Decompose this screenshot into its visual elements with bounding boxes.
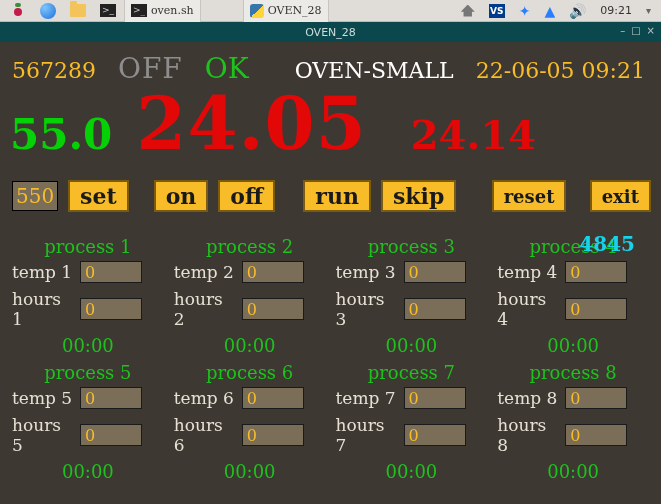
close-button[interactable]: × — [647, 25, 655, 36]
datetime-display: 22-06-05 09:21 — [476, 58, 651, 83]
temp-input[interactable] — [404, 387, 466, 409]
reset-button[interactable]: reset — [492, 180, 567, 212]
process-block: process 1temp 1hours 100:00 — [10, 236, 166, 362]
process-timer: 00:00 — [336, 461, 488, 482]
terminal-launcher[interactable]: >_ — [94, 3, 122, 18]
hours-input[interactable] — [242, 298, 304, 320]
process-title: process 8 — [497, 362, 649, 383]
hours-input[interactable] — [404, 298, 466, 320]
process-title: process 2 — [174, 236, 326, 257]
clock-text: 09:21 — [600, 4, 632, 17]
secondary-value-display: 24.14 — [411, 99, 536, 158]
temp-input[interactable] — [80, 261, 142, 283]
exit-button[interactable]: exit — [590, 180, 651, 212]
terminal-icon: >_ — [100, 4, 116, 17]
process-timer: 00:00 — [174, 461, 326, 482]
hours-label: hours 2 — [174, 289, 236, 329]
hours-input[interactable] — [242, 424, 304, 446]
process-grid: process 1temp 1hours 100:00process 2temp… — [10, 236, 651, 488]
tray-vs[interactable]: VS — [483, 3, 511, 19]
run-button[interactable]: run — [303, 180, 371, 212]
hours-input[interactable] — [565, 298, 627, 320]
process-timer: 00:00 — [12, 335, 164, 356]
globe-icon — [40, 3, 56, 19]
temp-label: temp 1 — [12, 262, 74, 282]
vs-icon: VS — [489, 4, 505, 18]
readings-row: 55.0 24.05 24.14 — [10, 81, 651, 166]
raspberry-icon — [10, 3, 26, 19]
temp-label: temp 7 — [336, 388, 398, 408]
eject-icon — [461, 5, 475, 17]
temp-label: temp 2 — [174, 262, 236, 282]
process-block: process 8temp 8hours 800:00 — [495, 362, 651, 488]
skip-button[interactable]: skip — [381, 180, 456, 212]
status-row: 567289 OFF OK OVEN-SMALL 22-06-05 09:21 — [10, 48, 651, 85]
process-timer: 00:00 — [497, 335, 649, 356]
temp-label: temp 3 — [336, 262, 398, 282]
hours-input[interactable] — [565, 424, 627, 446]
hours-input[interactable] — [404, 424, 466, 446]
on-button[interactable]: on — [154, 180, 209, 212]
off-button[interactable]: off — [218, 180, 275, 212]
tray-wifi[interactable]: ▲ — [538, 2, 561, 20]
set-button[interactable]: set — [68, 180, 129, 212]
process-title: process 1 — [12, 236, 164, 257]
tray-clock[interactable]: 09:21 — [594, 3, 638, 18]
start-menu[interactable] — [4, 2, 32, 20]
setpoint-display: 55.0 — [10, 110, 112, 159]
process-value-display: 24.05 — [136, 81, 366, 166]
temp-input[interactable] — [242, 261, 304, 283]
minimize-button[interactable]: – — [620, 25, 625, 36]
process-block: process 7temp 7hours 700:00 — [334, 362, 490, 488]
temp-input[interactable] — [565, 387, 627, 409]
tray-sound[interactable]: 🔊 — [563, 2, 592, 20]
control-row: set on off run skip reset exit — [10, 180, 651, 212]
oven-app: 567289 OFF OK OVEN-SMALL 22-06-05 09:21 … — [0, 42, 661, 504]
hours-input[interactable] — [80, 424, 142, 446]
device-id: 567289 — [12, 58, 96, 83]
temp-input[interactable] — [565, 261, 627, 283]
maximize-button[interactable]: □ — [631, 25, 640, 36]
wifi-icon: ▲ — [544, 3, 555, 19]
hours-label: hours 6 — [174, 415, 236, 455]
process-block: process 3temp 3hours 300:00 — [334, 236, 490, 362]
chevron-down-icon: ▾ — [646, 5, 651, 16]
temp-input[interactable] — [242, 387, 304, 409]
tray-menu[interactable]: ▾ — [640, 4, 657, 17]
window-titlebar[interactable]: OVEN_28 – □ × — [0, 22, 661, 42]
hours-label: hours 5 — [12, 415, 74, 455]
process-title: process 7 — [336, 362, 488, 383]
speaker-icon: 🔊 — [569, 3, 586, 19]
folder-icon — [70, 4, 86, 17]
taskbar-app-label: OVEN_28 — [268, 4, 322, 17]
process-timer: 00:00 — [12, 461, 164, 482]
counter-display: 4845 — [579, 232, 635, 256]
hours-label: hours 7 — [336, 415, 398, 455]
hours-label: hours 1 — [12, 289, 74, 329]
process-title: process 3 — [336, 236, 488, 257]
file-manager-launcher[interactable] — [64, 3, 92, 18]
process-timer: 00:00 — [174, 335, 326, 356]
temp-label: temp 8 — [497, 388, 559, 408]
hours-input[interactable] — [80, 298, 142, 320]
temp-input[interactable] — [80, 387, 142, 409]
process-block: process 2temp 2hours 200:00 — [172, 236, 328, 362]
os-taskbar: >_ >_ oven.sh OVEN_28 VS ✦ ▲ 🔊 09:21 ▾ — [0, 0, 661, 22]
temp-label: temp 5 — [12, 388, 74, 408]
taskbar-app-label: oven.sh — [151, 4, 194, 17]
hours-label: hours 4 — [497, 289, 559, 329]
process-title: process 5 — [12, 362, 164, 383]
tray-bluetooth[interactable]: ✦ — [513, 2, 537, 20]
temp-label: temp 6 — [174, 388, 236, 408]
process-timer: 00:00 — [336, 335, 488, 356]
browser-launcher[interactable] — [34, 2, 62, 20]
python-icon — [250, 4, 264, 18]
oven-name: OVEN-SMALL — [295, 58, 454, 83]
bluetooth-icon: ✦ — [519, 3, 531, 19]
temp-label: temp 4 — [497, 262, 559, 282]
setpoint-input[interactable] — [12, 181, 58, 211]
tray-eject[interactable] — [455, 4, 481, 18]
temp-input[interactable] — [404, 261, 466, 283]
process-block: process 5temp 5hours 500:00 — [10, 362, 166, 488]
process-block: process 6temp 6hours 600:00 — [172, 362, 328, 488]
